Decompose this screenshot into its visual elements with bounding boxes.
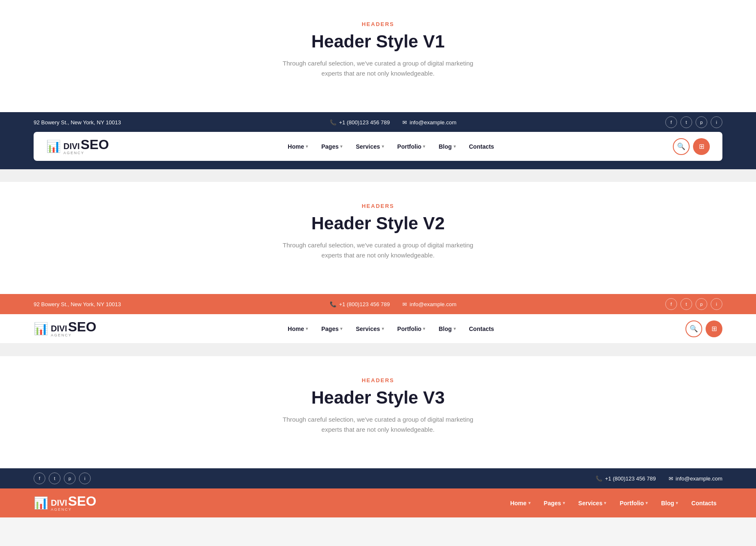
phone-icon: 📞 [330,119,336,126]
home-chevron-v2: ▾ [306,326,308,331]
topbar-phone-v3: 📞 +1 (800)123 456 789 [596,475,656,482]
instagram-icon-v2[interactable]: i [711,298,722,310]
pinterest-icon-v2[interactable]: p [696,298,707,310]
topbar-phone: 📞 +1 (800)123 456 789 [330,119,390,126]
gap2 [0,344,756,356]
grid-button-v2[interactable]: ⊞ [706,320,722,337]
pinterest-icon-v3[interactable]: p [64,472,76,484]
topbar-socials-v3-left: f t p i [34,472,91,484]
facebook-icon[interactable]: f [665,116,677,128]
grid-button[interactable]: ⊞ [693,138,710,155]
home-chevron-v3: ▾ [528,501,530,505]
nav-home-v2[interactable]: Home ▾ [282,322,314,336]
logo-seo: SEO [81,138,109,151]
nav-portfolio-v2[interactable]: Portfolio ▾ [391,322,431,336]
section3-intro: HEADERS Header Style V3 Through careful … [0,356,756,468]
logo-chart-icon-v3: 📊 [34,496,48,510]
nav-portfolio[interactable]: Portfolio ▾ [391,140,431,153]
nav-actions-v2: 🔍 ⊞ [685,320,722,337]
nav-menu-v1: Home ▾ Pages ▾ Services ▾ Portfolio ▾ Bl… [282,140,500,153]
nav-menu-v3: Home ▾ Pages ▾ Services ▾ Portfolio ▾ Bl… [504,496,722,510]
nav-home-v3[interactable]: Home ▾ [504,496,536,510]
nav-actions-v1: 🔍 ⊞ [673,138,710,155]
blog-chevron: ▾ [454,144,456,149]
nav-contacts-v3[interactable]: Contacts [685,496,722,510]
nav-services[interactable]: Services ▾ [350,140,390,153]
header-v2: 92 Bowery St., New York, NY 10013 📞 +1 (… [0,294,756,344]
twitter-icon-v2[interactable]: t [680,298,692,310]
topbar-address-v2: 92 Bowery St., New York, NY 10013 [34,301,121,307]
section3-title: Header Style V3 [8,388,748,408]
pages-chevron-v2: ▾ [340,326,342,331]
logo-seo-v2: SEO [68,320,97,333]
header-v2-topbar: 92 Bowery St., New York, NY 10013 📞 +1 (… [0,294,756,314]
logo-divi-v2: DIVI [51,324,67,333]
section1-title: Header Style V1 [8,32,748,52]
instagram-icon-v3[interactable]: i [79,472,91,484]
topbar-center: 📞 +1 (800)123 456 789 ✉ info@example.com [330,119,457,126]
topbar-phone-v2: 📞 +1 (800)123 456 789 [330,301,390,307]
pinterest-icon[interactable]: p [696,116,707,128]
topbar-socials: f t p i [665,116,722,128]
search-button-v2[interactable]: 🔍 [685,320,702,337]
phone-icon-v2: 📞 [330,301,336,307]
nav-contacts-v2[interactable]: Contacts [463,322,500,336]
nav-menu-v2: Home ▾ Pages ▾ Services ▾ Portfolio ▾ Bl… [282,322,500,336]
portfolio-chevron-v2: ▾ [423,326,425,331]
home-chevron: ▾ [306,144,308,149]
twitter-icon[interactable]: t [680,116,692,128]
portfolio-chevron: ▾ [423,144,425,149]
nav-blog-v3[interactable]: Blog ▾ [655,496,684,510]
email-icon-v3: ✉ [669,475,673,482]
pages-chevron-v3: ▾ [563,501,565,505]
section1-intro: HEADERS Header Style V1 Through careful … [0,0,756,112]
header-v3-topbar: f t p i 📞 +1 (800)123 456 789 ✉ info@exa… [0,468,756,488]
portfolio-chevron-v3: ▾ [646,501,648,505]
logo-divi: DIVI [63,142,80,150]
section2-intro: HEADERS Header Style V2 Through careful … [0,182,756,294]
nav-contacts[interactable]: Contacts [463,140,500,153]
facebook-icon-v2[interactable]: f [665,298,677,310]
nav-pages-v3[interactable]: Pages ▾ [538,496,571,510]
gap1 [0,169,756,182]
nav-home[interactable]: Home ▾ [282,140,314,153]
email-icon-v2: ✉ [402,301,407,307]
topbar-address: 92 Bowery St., New York, NY 10013 [34,119,121,126]
nav-blog-v2[interactable]: Blog ▾ [433,322,461,336]
nav-portfolio-v3[interactable]: Portfolio ▾ [614,496,654,510]
topbar-email-v2: ✉ info@example.com [402,301,456,307]
section3-label: HEADERS [8,377,748,383]
logo-chart-icon-v2: 📊 [34,322,48,336]
services-chevron-v3: ▾ [604,501,606,505]
logo-divi-v3: DIVI [51,499,67,507]
bottom-gap [0,517,756,534]
search-button[interactable]: 🔍 [673,138,690,155]
section2-title: Header Style V2 [8,213,748,234]
section2-desc: Through careful selection, we've curated… [273,240,483,260]
twitter-icon-v3[interactable]: t [49,472,60,484]
email-icon: ✉ [402,119,407,126]
topbar-socials-v2: f t p i [665,298,722,310]
header-v1: 92 Bowery St., New York, NY 10013 📞 +1 (… [0,112,756,169]
services-chevron-v2: ▾ [382,326,384,331]
header-v3-nav: 📊 DIVI SEO AGENCY Home ▾ Pages ▾ Service… [0,488,756,517]
topbar-right-v3: 📞 +1 (800)123 456 789 ✉ info@example.com [596,475,722,482]
blog-chevron-v2: ▾ [454,326,456,331]
nav-blog[interactable]: Blog ▾ [433,140,461,153]
logo-text-v2: DIVI SEO AGENCY [51,320,96,337]
facebook-icon-v3[interactable]: f [34,472,45,484]
header-v3: f t p i 📞 +1 (800)123 456 789 ✉ info@exa… [0,468,756,517]
nav-pages[interactable]: Pages ▾ [315,140,348,153]
instagram-icon[interactable]: i [711,116,722,128]
header-v2-nav: 📊 DIVI SEO AGENCY Home ▾ Pages ▾ Service… [0,314,756,344]
nav-services-v2[interactable]: Services ▾ [350,322,390,336]
services-chevron: ▾ [382,144,384,149]
section1-desc: Through careful selection, we've curated… [273,58,483,79]
section1-label: HEADERS [8,21,748,27]
logo-v1: 📊 DIVI SEO AGENCY [46,138,109,155]
topbar-email: ✉ info@example.com [402,119,456,126]
phone-icon-v3: 📞 [596,475,602,482]
nav-services-v3[interactable]: Services ▾ [572,496,612,510]
nav-pages-v2[interactable]: Pages ▾ [315,322,348,336]
logo-v3: 📊 DIVI SEO AGENCY [34,494,96,512]
